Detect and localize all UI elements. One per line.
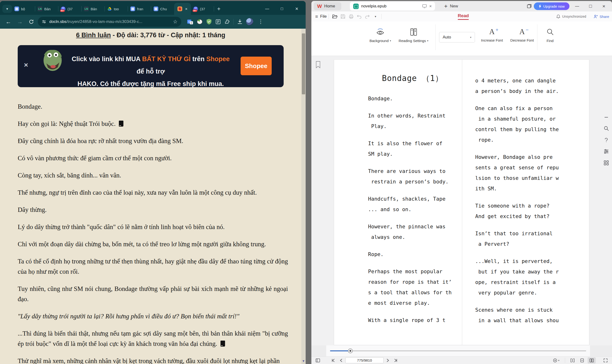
browser-tab[interactable]: 3k+ (37 [58, 4, 81, 14]
share-button[interactable]: Share [594, 14, 609, 19]
sync-status[interactable]: Unsynchronized [556, 14, 586, 19]
browser-tab[interactable]: Bản [82, 4, 105, 14]
browser-tab[interactable]: fran [128, 4, 151, 14]
help-icon[interactable] [603, 137, 609, 143]
increase-font-button[interactable]: A+ Increase Font [479, 28, 505, 42]
profile-avatar[interactable] [246, 18, 253, 25]
two-page-view-button[interactable] [588, 357, 596, 364]
progress-track[interactable] [330, 350, 586, 351]
paragraph: Ta có thể cố định họ trong những tư thế … [18, 256, 288, 277]
note-icon[interactable] [119, 121, 123, 127]
open-file-button[interactable] [331, 13, 339, 20]
progress-thumb[interactable] [348, 349, 353, 353]
wps-minimize-button[interactable]: — [571, 2, 583, 11]
toolbar-separator [537, 24, 537, 50]
note-icon[interactable] [221, 341, 225, 347]
file-menu-button[interactable]: ≡ File [315, 14, 327, 19]
browser-menu-icon[interactable]: ⋮ [257, 19, 265, 25]
shield-extension-icon[interactable] [206, 19, 212, 25]
paragraph: Còng tay, xích sắt, băng dính... vân vân… [18, 170, 288, 181]
scrollbar-down-button[interactable]: ▼ [301, 358, 306, 364]
redo-button[interactable] [363, 13, 371, 20]
browser-minimize-button[interactable]: — [260, 4, 275, 14]
zoom-magnifier-icon[interactable] [603, 126, 609, 131]
apps-grid-icon[interactable] [603, 160, 609, 166]
browser-tab[interactable]: 3k+ (37 [191, 4, 214, 14]
mouse-gestures-extension-icon[interactable] [196, 19, 203, 25]
browser-tab[interactable]: Chu [151, 4, 174, 14]
banner-close-icon[interactable]: × [24, 61, 28, 69]
reload-button[interactable] [26, 17, 36, 27]
translate-extension-icon[interactable]: G文 [187, 19, 193, 25]
browser-tab[interactable]: bộ [12, 4, 35, 14]
auto-scroll-button[interactable]: ▾ [551, 357, 562, 364]
epub-paragraph: Handcuffs, shackles, Tape ... and so on. [368, 194, 457, 215]
paragraph-quote: "Lấy dây thừng trói người ta lại? Rồi hư… [18, 311, 288, 322]
bookmark-ribbon-icon[interactable] [315, 61, 321, 68]
upgrade-now-button[interactable]: Upgrade now [534, 2, 570, 10]
url-omnibox[interactable]: docln.sbs/truyen/24858-vo-lam-mau-m/c303… [38, 17, 181, 27]
scrollbar-thumb[interactable] [302, 33, 305, 94]
back-button[interactable]: ← [3, 17, 14, 27]
reading-progress-slider[interactable] [326, 345, 590, 356]
side-panel-toggle-icon[interactable] [314, 357, 322, 364]
document-favicon [14, 6, 19, 11]
browser-maximize-button[interactable]: □ [275, 4, 289, 14]
fullscreen-button[interactable] [601, 357, 610, 364]
reading-settings-button[interactable]: Reading Settings▾ [396, 28, 431, 43]
window-mode-icon[interactable] [422, 4, 427, 8]
tab-search-button[interactable]: ▾ [2, 5, 12, 13]
new-document-button[interactable]: + New [444, 3, 458, 10]
find-label: Find [546, 39, 553, 43]
wps-maximize-button[interactable]: □ [585, 2, 596, 11]
print-button[interactable] [347, 13, 355, 20]
browser-tab[interactable]: Bản [35, 4, 58, 14]
browser-tab[interactable]: too [105, 4, 128, 14]
page-scrollbar[interactable]: ▼ [301, 29, 306, 364]
paragraph: Có vô vàn phương thức để giam cầm cơ thể… [18, 153, 288, 163]
mascot-image [42, 48, 64, 75]
single-page-view-button[interactable] [578, 357, 586, 364]
more-actions-dropdown[interactable]: ▾ [371, 13, 379, 20]
browser-close-button[interactable]: × [289, 4, 304, 14]
undo-button[interactable] [355, 13, 363, 20]
forward-button[interactable]: → [15, 17, 25, 27]
share-label: Share [599, 14, 609, 19]
paragraph: Dây thừng. [18, 205, 288, 215]
tab-label: fran [137, 7, 143, 11]
page-number-input[interactable] [345, 357, 384, 363]
new-tab-button[interactable]: + [214, 4, 224, 14]
decrease-font-button[interactable]: A− Decrease Font [509, 28, 535, 42]
stacked-windows-icon[interactable] [527, 4, 532, 9]
tab-close-icon[interactable]: × [185, 7, 187, 11]
doc-tab-close-icon[interactable]: × [429, 4, 432, 9]
first-page-button[interactable] [329, 357, 337, 364]
extensions-puzzle-icon[interactable] [224, 19, 230, 25]
display-settings-icon[interactable] [603, 149, 609, 154]
url-host: docln.sbs [49, 19, 67, 24]
next-page-button[interactable] [384, 357, 392, 364]
tab-novelpia-epub[interactable]: novelpia.epub × [350, 2, 435, 11]
reader-extension-icon[interactable] [215, 19, 221, 25]
tab-home[interactable]: W Home [314, 2, 341, 10]
collapse-toolbar-icon[interactable] [604, 115, 609, 120]
font-mode-value: Auto [443, 35, 451, 40]
downloads-icon[interactable] [237, 19, 243, 25]
last-page-button[interactable] [392, 357, 400, 364]
site-info-icon[interactable] [42, 19, 46, 24]
active-tab-docln[interactable]: × [174, 3, 191, 15]
maximize-icon: □ [281, 6, 283, 11]
save-button[interactable] [339, 13, 347, 20]
comments-link[interactable]: 6 Bình luận [76, 32, 111, 39]
bookmark-star-icon[interactable]: ☆ [173, 19, 178, 25]
background-button[interactable]: Background▾ [366, 28, 395, 43]
wps-close-button[interactable]: × [598, 2, 610, 11]
shopee-ad-banner[interactable]: × Click vào link khi MUA BẤT KỲ THỨ GÌ t… [18, 45, 284, 87]
shopee-button[interactable]: Shopee [241, 57, 272, 75]
previous-page-button[interactable] [337, 357, 345, 364]
spread-view-button[interactable] [569, 357, 577, 364]
epub-paragraph: Rope. [368, 249, 457, 260]
font-mode-select[interactable]: Auto ▾ [439, 32, 475, 42]
tab-read[interactable]: Read [458, 12, 469, 22]
find-button[interactable]: Find [542, 28, 559, 43]
